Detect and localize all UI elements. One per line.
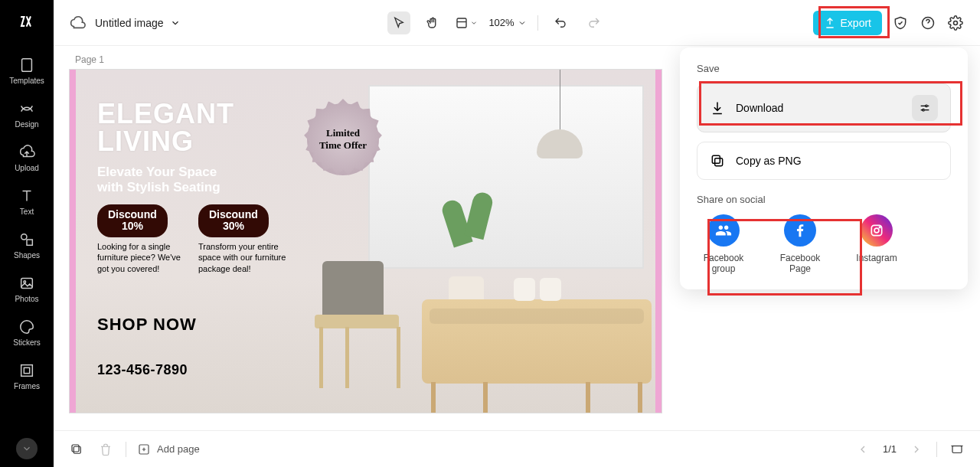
svg-rect-23 — [712, 155, 720, 163]
add-page-button[interactable]: Add page — [137, 443, 200, 456]
settings-icon[interactable] — [946, 14, 965, 32]
sidebar-label: Text — [20, 207, 34, 216]
sidebar-item-stickers[interactable]: Stickers — [0, 311, 54, 354]
discount-pill-2[interactable]: Discound30% — [198, 204, 269, 237]
help-icon[interactable] — [919, 14, 937, 32]
svg-point-25 — [874, 228, 879, 233]
left-sidebar: Templates Design Upload Text Shapes Phot… — [0, 0, 54, 467]
save-section-label: Save — [697, 63, 951, 74]
design-canvas[interactable]: ELEGANT LIVING Elevate Your Space with S… — [69, 69, 662, 413]
shield-icon[interactable] — [891, 14, 910, 32]
mug-graphic — [540, 278, 561, 301]
download-row[interactable]: Download — [697, 83, 951, 132]
svg-point-10 — [954, 21, 958, 24]
share-facebook-page[interactable]: Facebook Page — [773, 214, 827, 274]
share-label: Instagram — [856, 253, 897, 263]
svg-rect-4 — [21, 279, 33, 289]
select-tool[interactable] — [387, 11, 410, 34]
desc-text-2[interactable]: Transform your entire space with our fur… — [198, 241, 290, 274]
add-page-label: Add page — [157, 443, 200, 455]
window-graphic — [368, 85, 644, 269]
svg-rect-16 — [74, 446, 80, 453]
resize-tool[interactable] — [455, 11, 478, 34]
svg-rect-1 — [22, 59, 32, 72]
bottom-bar: Add page 1/1 — [54, 430, 980, 467]
svg-rect-3 — [27, 240, 32, 245]
svg-point-26 — [879, 227, 880, 228]
svg-rect-8 — [457, 18, 466, 28]
next-page-button[interactable] — [907, 440, 926, 459]
share-label: Facebook Page — [773, 253, 827, 274]
export-icon — [824, 17, 836, 29]
sidebar-item-upload[interactable]: Upload — [0, 136, 54, 180]
plant-leaves — [437, 185, 498, 276]
sidebar-label: Shapes — [14, 251, 40, 260]
chevron-down-icon — [170, 18, 181, 28]
sidebar-item-design[interactable]: Design — [0, 93, 54, 136]
chair-graphic — [315, 261, 407, 391]
sidebar-item-frames[interactable]: Frames — [0, 354, 54, 398]
sidebar-item-templates[interactable]: Templates — [0, 49, 54, 93]
svg-rect-7 — [24, 367, 29, 373]
share-facebook-group[interactable]: Facebook group — [697, 214, 750, 274]
sidebar-item-text[interactable]: Text — [0, 180, 54, 224]
copy-icon — [710, 153, 725, 168]
export-button[interactable]: Export — [813, 11, 882, 35]
document-title-text: Untitled image — [95, 17, 164, 29]
sidebar-item-shapes[interactable]: Shapes — [0, 224, 54, 267]
sidebar-label: Stickers — [13, 338, 41, 347]
facebook-group-icon — [707, 214, 740, 247]
trash-icon[interactable] — [96, 440, 115, 459]
sidebar-more-button[interactable] — [16, 438, 38, 459]
instagram-icon — [861, 214, 893, 247]
document-title[interactable]: Untitled image — [95, 17, 181, 29]
redo-button[interactable] — [583, 11, 606, 34]
sliders-icon — [919, 102, 931, 114]
top-toolbar: Untitled image 102% — [54, 0, 980, 46]
heading-text[interactable]: ELEGANT LIVING — [97, 100, 234, 155]
svg-rect-0 — [18, 12, 35, 30]
share-instagram[interactable]: Instagram — [850, 214, 903, 274]
share-section-label: Share on social — [697, 194, 951, 205]
canvas-border-right — [655, 70, 662, 413]
zoom-level[interactable]: 102% — [488, 17, 526, 28]
download-label: Download — [736, 102, 783, 114]
sidebar-label: Frames — [14, 382, 40, 390]
canvas-border-left — [70, 70, 76, 413]
svg-rect-6 — [21, 365, 33, 377]
download-settings-button[interactable] — [912, 95, 938, 121]
svg-point-20 — [926, 105, 928, 107]
export-label: Export — [841, 17, 871, 29]
sideboard-graphic — [422, 299, 652, 384]
download-icon — [710, 100, 725, 116]
hand-tool[interactable] — [421, 11, 444, 34]
discount-pill-1[interactable]: Discound10% — [97, 204, 168, 237]
layers-icon[interactable] — [67, 440, 86, 459]
sidebar-label: Templates — [9, 77, 44, 85]
phone-text[interactable]: 123-456-7890 — [97, 362, 188, 378]
mug-graphic — [514, 278, 535, 301]
sidebar-item-photos[interactable]: Photos — [0, 267, 54, 311]
present-icon[interactable] — [948, 440, 966, 459]
cloud-sync-icon[interactable] — [69, 15, 86, 31]
svg-rect-19 — [952, 446, 962, 452]
desc-text-1[interactable]: Looking for a single furniture piece? We… — [97, 241, 189, 274]
subtitle-text[interactable]: Elevate Your Space with Stylish Seating — [97, 165, 220, 196]
undo-button[interactable] — [549, 11, 572, 34]
prev-page-button[interactable] — [854, 440, 872, 459]
copy-png-label: Copy as PNG — [736, 155, 802, 167]
offer-badge[interactable]: LimitedTime Offer — [307, 103, 379, 175]
cta-text[interactable]: SHOP NOW — [97, 315, 197, 335]
sidebar-label: Upload — [15, 164, 39, 172]
export-panel: Save Download Copy as PNG Share on socia… — [680, 47, 968, 289]
svg-point-21 — [923, 109, 925, 111]
page-indicator: 1/1 — [883, 443, 897, 455]
app-logo — [13, 8, 41, 35]
copy-png-row[interactable]: Copy as PNG — [697, 142, 951, 180]
zoom-value: 102% — [488, 17, 514, 28]
svg-rect-22 — [715, 158, 723, 166]
svg-rect-17 — [72, 445, 79, 452]
share-label: Facebook group — [697, 253, 750, 274]
sidebar-label: Photos — [15, 295, 38, 303]
facebook-icon — [784, 214, 816, 247]
